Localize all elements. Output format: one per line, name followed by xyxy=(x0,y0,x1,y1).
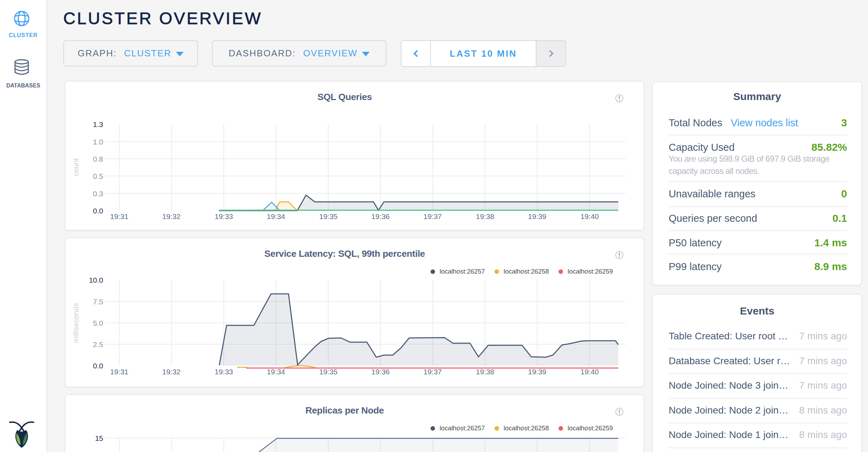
svg-text:19:37: 19:37 xyxy=(424,368,442,376)
svg-text:19:34: 19:34 xyxy=(267,212,285,220)
svg-text:0.5: 0.5 xyxy=(93,172,103,180)
svg-text:19:38: 19:38 xyxy=(476,368,495,376)
svg-text:7.5: 7.5 xyxy=(93,298,103,306)
svg-text:0.3: 0.3 xyxy=(93,190,103,198)
svg-text:19:39: 19:39 xyxy=(528,368,547,376)
svg-text:1.3: 1.3 xyxy=(93,120,103,128)
svg-text:0.8: 0.8 xyxy=(93,155,103,163)
svg-text:19:36: 19:36 xyxy=(371,368,390,376)
svg-text:19:39: 19:39 xyxy=(528,212,547,220)
svg-text:19:34: 19:34 xyxy=(267,368,285,376)
svg-text:0.0: 0.0 xyxy=(93,207,103,215)
svg-text:19:32: 19:32 xyxy=(162,368,181,376)
svg-text:milliseconds: milliseconds xyxy=(72,303,80,343)
svg-text:19:35: 19:35 xyxy=(319,368,338,376)
svg-text:19:37: 19:37 xyxy=(424,212,442,220)
svg-text:19:33: 19:33 xyxy=(215,368,233,376)
svg-text:19:40: 19:40 xyxy=(581,212,599,220)
svg-text:count: count xyxy=(72,158,80,176)
svg-text:2.5: 2.5 xyxy=(93,340,103,348)
svg-text:19:40: 19:40 xyxy=(581,368,599,376)
svg-text:10: 10 xyxy=(95,450,103,452)
svg-text:19:38: 19:38 xyxy=(476,212,495,220)
svg-text:1.0: 1.0 xyxy=(93,138,103,146)
svg-text:15: 15 xyxy=(95,434,103,442)
svg-text:19:33: 19:33 xyxy=(215,212,233,220)
svg-text:19:36: 19:36 xyxy=(371,212,390,220)
svg-text:19:31: 19:31 xyxy=(110,368,129,376)
svg-text:19:35: 19:35 xyxy=(319,212,338,220)
svg-text:19:32: 19:32 xyxy=(162,212,181,220)
svg-text:19:31: 19:31 xyxy=(110,212,129,220)
svg-text:0.0: 0.0 xyxy=(93,362,103,370)
svg-text:10.0: 10.0 xyxy=(89,276,103,284)
svg-text:5.0: 5.0 xyxy=(93,319,103,327)
